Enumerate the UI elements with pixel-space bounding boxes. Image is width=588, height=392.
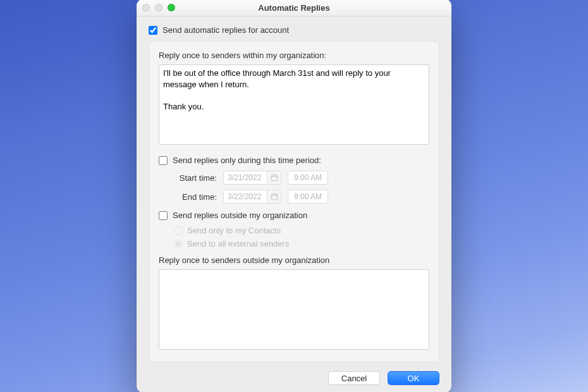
dialog-body: Send automatic replies for account Reply… bbox=[137, 16, 451, 392]
all-external-label: Send to all external senders bbox=[187, 239, 289, 248]
all-external-row: Send to all external senders bbox=[174, 237, 429, 250]
zoom-icon[interactable] bbox=[168, 4, 175, 11]
window-controls bbox=[142, 4, 175, 11]
internal-reply-textarea[interactable] bbox=[159, 64, 429, 145]
svg-rect-0 bbox=[271, 175, 278, 181]
external-reply-checkbox[interactable] bbox=[159, 211, 168, 220]
external-reply-textarea[interactable] bbox=[159, 269, 429, 350]
end-time-row: End time: bbox=[174, 189, 429, 204]
start-date-calendar-button[interactable] bbox=[267, 171, 281, 184]
ok-button[interactable]: OK bbox=[388, 371, 439, 385]
enable-auto-reply-label: Send automatic replies for account bbox=[162, 25, 289, 35]
close-icon[interactable] bbox=[142, 4, 150, 11]
all-external-radio[interactable] bbox=[174, 240, 183, 248]
external-reply-label: Send replies outside my organization bbox=[173, 211, 307, 220]
titlebar: Automatic Replies bbox=[137, 0, 451, 16]
time-period-fields: Start time: End time: bbox=[174, 170, 429, 204]
settings-panel: Reply once to senders within my organiza… bbox=[149, 41, 439, 362]
cancel-button[interactable]: Cancel bbox=[328, 371, 380, 385]
dialog-footer: Cancel OK bbox=[149, 371, 439, 385]
start-time-field bbox=[288, 171, 328, 185]
end-time-label: End time: bbox=[174, 192, 217, 202]
end-date-calendar-button[interactable] bbox=[267, 190, 281, 203]
external-scope-radios: Send only to my Contacts Send to all ext… bbox=[174, 224, 429, 250]
end-date-field bbox=[223, 190, 281, 204]
automatic-replies-window: Automatic Replies Send automatic replies… bbox=[137, 0, 451, 392]
external-reply-row: Send replies outside my organization bbox=[159, 211, 429, 220]
start-time-label: Start time: bbox=[174, 173, 217, 183]
enable-auto-reply-row: Send automatic replies for account bbox=[149, 25, 439, 35]
start-date-input[interactable] bbox=[224, 173, 267, 182]
start-time-row: Start time: bbox=[174, 170, 429, 185]
end-date-input[interactable] bbox=[224, 192, 267, 201]
end-time-field bbox=[288, 190, 328, 204]
contacts-only-row: Send only to my Contacts bbox=[174, 224, 429, 237]
svg-rect-4 bbox=[271, 194, 278, 200]
contacts-only-radio[interactable] bbox=[174, 226, 183, 235]
calendar-icon bbox=[271, 193, 278, 200]
time-period-row: Send replies only during this time perio… bbox=[159, 156, 429, 165]
calendar-icon bbox=[271, 174, 278, 181]
window-title: Automatic Replies bbox=[137, 3, 451, 13]
start-time-input[interactable] bbox=[288, 171, 328, 184]
enable-auto-reply-checkbox[interactable] bbox=[149, 26, 157, 35]
time-period-checkbox[interactable] bbox=[159, 156, 168, 165]
minimize-icon[interactable] bbox=[155, 4, 162, 11]
start-date-field bbox=[223, 171, 281, 185]
external-message-label: Reply once to senders outside my organiz… bbox=[159, 255, 429, 265]
end-time-input[interactable] bbox=[288, 190, 328, 203]
time-period-label: Send replies only during this time perio… bbox=[173, 156, 321, 165]
contacts-only-label: Send only to my Contacts bbox=[187, 226, 281, 235]
internal-reply-label: Reply once to senders within my organiza… bbox=[159, 51, 429, 60]
